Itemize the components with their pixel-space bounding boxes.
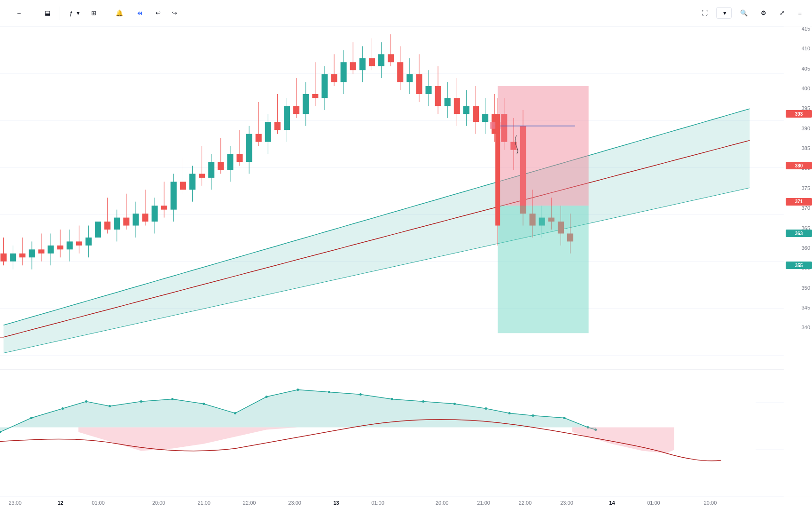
price-label: 385: [802, 146, 810, 151]
live-chevron-icon: ▾: [723, 9, 726, 16]
time-label: 21:00: [197, 500, 211, 506]
time-label: 01:00: [371, 500, 384, 506]
price-label: 375: [802, 186, 810, 191]
price-label: 415: [802, 26, 810, 32]
price-badge: 355: [786, 262, 812, 269]
price-label: 340: [802, 325, 810, 330]
price-label: 410: [802, 46, 810, 51]
bar-style-icon: ⬓: [45, 9, 50, 16]
price-badge: 371: [786, 198, 812, 206]
expand-icon: ⤢: [780, 9, 785, 16]
time-label: 21:00: [477, 500, 490, 506]
redo-button[interactable]: ↪: [167, 7, 182, 19]
time-label: 13: [333, 500, 339, 506]
time-label: 23:00: [8, 500, 22, 506]
alert-icon: 🔔: [116, 9, 123, 16]
templates-button[interactable]: ⊞: [86, 7, 101, 19]
replay-button[interactable]: ⏮: [132, 7, 149, 19]
price-label: 350: [802, 286, 810, 291]
price-badge: 393: [786, 110, 812, 118]
fullscreen-button[interactable]: ⛶: [697, 7, 712, 19]
undo-button[interactable]: ↩: [151, 7, 165, 19]
toolbar: ＋ ⬓ ƒ ▾ ⊞ 🔔 ⏮ ↩ ↪ ⛶ ▾ 🔍: [0, 0, 812, 26]
chart-container: 4154104054003953903853803753703653603553…: [0, 26, 812, 497]
time-label: 23:00: [288, 500, 301, 506]
price-label: 370: [802, 206, 810, 211]
indicators-icon: ƒ: [70, 9, 73, 16]
time-label: 01:00: [647, 500, 660, 506]
price-label: 400: [802, 86, 810, 91]
time-label: 20:00: [704, 500, 717, 506]
time-label: 22:00: [243, 500, 256, 506]
price-badge: 380: [786, 162, 812, 169]
time-axis: 23:001201:0020:0021:0022:0023:001301:002…: [0, 497, 812, 508]
price-badge: 363: [786, 230, 812, 237]
time-label: 20:00: [152, 500, 165, 506]
separator-2: [106, 7, 106, 20]
settings-icon: ⚙: [761, 9, 766, 16]
price-label: 360: [802, 246, 810, 251]
time-label: 22:00: [519, 500, 532, 506]
price-label: 405: [802, 66, 810, 71]
price-label: 390: [802, 126, 810, 131]
menu-button[interactable]: ≡: [793, 7, 806, 19]
settings-button[interactable]: ⚙: [756, 7, 771, 19]
timeframe-button[interactable]: [29, 11, 38, 16]
replay-icon: ⏮: [136, 9, 142, 16]
time-label: 01:00: [92, 500, 105, 506]
search-button[interactable]: 🔍: [735, 7, 752, 19]
time-label: 20:00: [436, 500, 449, 506]
chart-canvas: [0, 26, 784, 497]
chart-main[interactable]: [0, 26, 784, 497]
separator-1: [60, 7, 60, 20]
chevron-down-icon: ▾: [77, 9, 80, 16]
time-label: 23:00: [560, 500, 573, 506]
price-label: 345: [802, 305, 810, 310]
plus-icon: ＋: [16, 9, 22, 17]
templates-icon: ⊞: [91, 9, 96, 16]
time-label: 12: [58, 500, 63, 506]
expand-button[interactable]: ⤢: [775, 7, 789, 19]
redo-icon: ↪: [172, 9, 177, 16]
time-label: 14: [609, 500, 615, 506]
bar-style-button[interactable]: ⬓: [40, 7, 55, 19]
price-axis: 4154104054003953903853803753703653603553…: [784, 26, 812, 497]
indicators-button[interactable]: ƒ ▾: [65, 7, 85, 19]
toolbar-right: ⛶ ▾ 🔍 ⚙ ⤢ ≡: [697, 7, 806, 19]
add-symbol-button[interactable]: ＋: [11, 7, 27, 20]
live-button[interactable]: ▾: [716, 7, 732, 19]
menu-icon: ≡: [798, 9, 802, 16]
search-icon: 🔍: [740, 9, 748, 16]
fullscreen-icon: ⛶: [702, 9, 708, 16]
undo-icon: ↩: [156, 9, 161, 16]
alert-button[interactable]: 🔔: [111, 7, 130, 19]
